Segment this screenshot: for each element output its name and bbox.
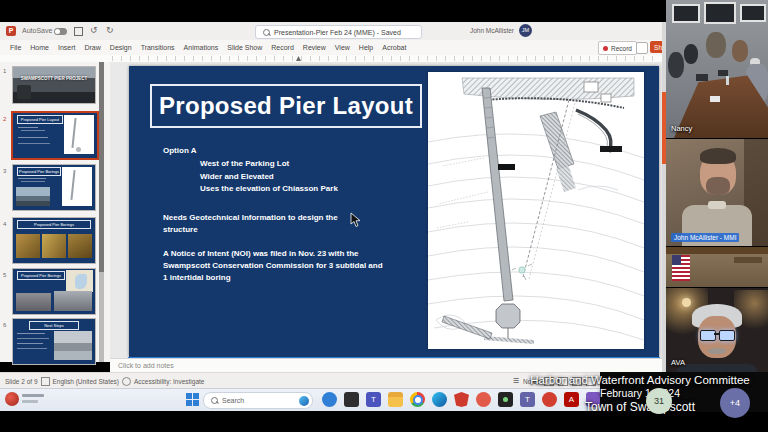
thumb-5-map: [66, 270, 93, 292]
save-icon[interactable]: [74, 27, 83, 36]
building-outline: [584, 82, 598, 92]
tab-transitions[interactable]: Transitions: [141, 44, 175, 51]
record-button[interactable]: Record: [598, 41, 637, 55]
mouse-cursor: [350, 212, 361, 228]
more-participants-badge[interactable]: +4: [720, 388, 750, 418]
user-app-icon[interactable]: [322, 392, 337, 407]
beard: [706, 177, 730, 195]
thumb-5-photo-1: [16, 293, 51, 311]
tab-slide-show[interactable]: Slide Show: [227, 44, 262, 51]
tab-help[interactable]: Help: [359, 44, 373, 51]
slide-thumbnail-2-selected[interactable]: Proposed Pier Layout: [11, 111, 99, 160]
taskbar-search-box[interactable]: Search: [203, 392, 313, 409]
thumb-5-title: Proposed Pier Borings: [17, 271, 65, 280]
tab-record[interactable]: Record: [271, 44, 294, 51]
thumb-4-title: Proposed Pier Borings: [17, 220, 91, 229]
shelf: [734, 257, 762, 263]
tab-home[interactable]: Home: [30, 44, 49, 51]
video-tile-flag-room[interactable]: [666, 247, 768, 287]
boring-marker: [519, 267, 525, 273]
proposed-pier: [482, 88, 513, 301]
option-bullets: West of the Parking Lot Wider and Elevat…: [200, 158, 338, 196]
edge-icon[interactable]: [432, 392, 447, 407]
bullet-3: Uses the elevation of Chiasson Park: [200, 183, 338, 196]
teams-icon[interactable]: T: [366, 392, 381, 407]
thumb-number-5: 5: [3, 272, 6, 278]
redo-icon[interactable]: ↻: [106, 25, 114, 35]
language-label[interactable]: English (United States): [53, 378, 119, 385]
building-outline: [601, 94, 611, 102]
slide-thumbnail-4[interactable]: Proposed Pier Borings: [12, 217, 96, 264]
jetty-hatch: [442, 316, 492, 339]
slide-thumbnail-5[interactable]: Proposed Pier Borings: [12, 268, 96, 315]
slide-thumbnail-panel: [0, 62, 111, 362]
record-button-label: Record: [611, 45, 632, 52]
slide-canvas[interactable]: Proposed Pier Layout Option A West of th…: [129, 66, 659, 357]
thumb-5-photo-2: [54, 291, 92, 311]
tab-insert[interactable]: Insert: [58, 44, 76, 51]
media-app-icon[interactable]: [498, 392, 513, 407]
thumb-6-photo: [54, 331, 92, 360]
thumb-4-photo-1: [16, 234, 40, 258]
slide-thumbnail-3[interactable]: Proposed Pier Borings: [12, 164, 96, 211]
video-tile-john-mcallister[interactable]: John McAllister - MMI: [666, 139, 768, 246]
thumb-2-drawing: [64, 115, 94, 154]
file-explorer-dark-icon[interactable]: [344, 392, 359, 407]
tab-animations[interactable]: Animations: [184, 44, 219, 51]
tab-draw[interactable]: Draw: [84, 44, 100, 51]
bullet-1: West of the Parking Lot: [200, 158, 338, 171]
app-red-icon[interactable]: [476, 392, 491, 407]
thumb-number-2: 2: [3, 116, 6, 122]
widget-text-bar: [22, 394, 44, 397]
slide-thumbnail-1[interactable]: SWAMPSCOTT PIER PROJECT: [12, 66, 96, 104]
accessibility-label[interactable]: Accessibility: Investigate: [134, 378, 204, 385]
glasses-lens: [719, 330, 735, 341]
account-avatar[interactable]: JM: [519, 24, 532, 37]
video-tile-nancy[interactable]: Nancy: [666, 0, 768, 138]
bing-search-icon: [299, 396, 309, 406]
tab-view[interactable]: View: [335, 44, 350, 51]
laptop: [696, 74, 708, 81]
tab-file[interactable]: File: [10, 44, 21, 51]
thumb-3-pier-line: [70, 170, 75, 200]
slide-indicator: Slide 2 of 9: [5, 378, 38, 385]
person-silhouette: [732, 40, 748, 62]
thumb-number-3: 3: [3, 168, 6, 174]
thumb-2-textline: [21, 130, 45, 131]
tab-design[interactable]: Design: [110, 44, 132, 51]
windows-start-button[interactable]: [186, 393, 199, 406]
taskbar-widget-icon[interactable]: [5, 392, 19, 406]
person-silhouette: [684, 44, 698, 64]
tab-acrobat[interactable]: Acrobat: [382, 44, 406, 51]
document-title: Presentation-Pier Feb 24 (MME) - Saved: [274, 29, 401, 36]
folder-icon[interactable]: [388, 392, 403, 407]
security-shield-icon[interactable]: [454, 392, 469, 407]
thumb-6-textline: [17, 343, 43, 344]
chrome-icon[interactable]: [410, 392, 425, 407]
slide-thumbnail-6[interactable]: Next Steps: [12, 318, 96, 365]
thumbnail-scrollbar-thumb[interactable]: [99, 62, 104, 272]
participant-name-label: John McAllister - MMI: [671, 233, 739, 242]
undo-icon[interactable]: ↺: [90, 25, 98, 35]
thumbnail-scrollbar[interactable]: [99, 62, 104, 362]
account-name[interactable]: John McAllister: [470, 27, 514, 34]
taskbar-search-label: Search: [222, 397, 244, 404]
thumb-3-title: Proposed Pier Borings: [17, 167, 61, 176]
lamp-bulb: [682, 298, 691, 307]
thumb-2-textline: [18, 127, 38, 128]
notes-pane[interactable]: Click to add notes: [110, 358, 666, 373]
ribbon-tabs: File Home Insert Draw Design Transitions…: [0, 40, 666, 55]
tab-review[interactable]: Review: [303, 44, 326, 51]
search-icon: [263, 29, 270, 36]
titlebar-search-box[interactable]: Presentation-Pier Feb 24 (MME) - Saved: [255, 25, 422, 39]
glasses-lens: [700, 330, 716, 341]
meeting-title: Harbor and Waterfront Advisory Committee: [520, 373, 760, 387]
screen: P AutoSave ↺ ↻ Presentation-Pier Feb 24 …: [0, 0, 768, 432]
slide-paragraph-1: Needs Geotechnical Information to design…: [163, 212, 355, 236]
autosave-toggle[interactable]: [54, 28, 67, 35]
thumb-4-photo-2: [42, 234, 66, 258]
spellcheck-icon[interactable]: [41, 377, 50, 386]
thumb-1-photo-detail: [17, 85, 31, 99]
comments-icon[interactable]: [636, 42, 648, 54]
widget-text-bar: [22, 400, 38, 403]
